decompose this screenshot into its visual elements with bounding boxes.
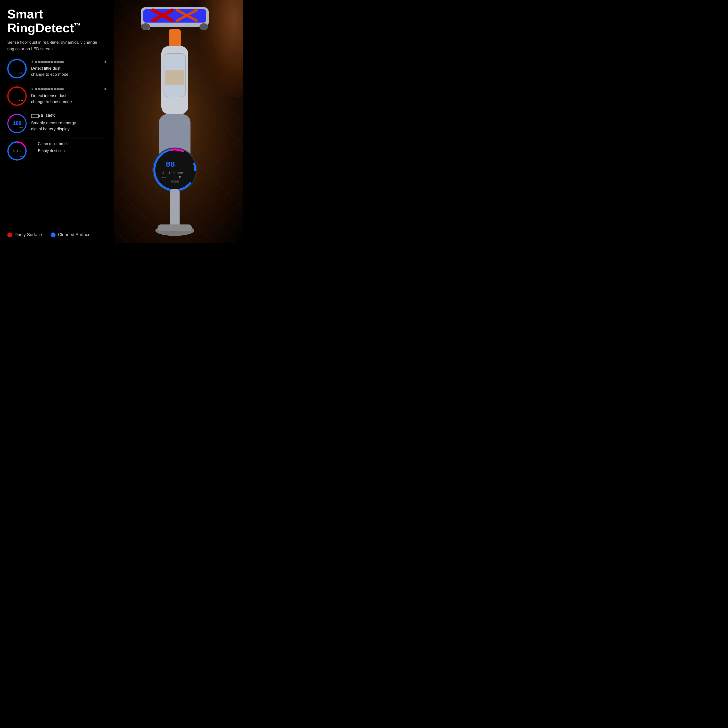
- legend-dot-blue: [51, 232, 55, 237]
- ring-blue-battery: 188 Airbot: [7, 114, 27, 133]
- ring-digits-battery: 188: [12, 121, 21, 127]
- svg-rect-30: [170, 189, 180, 228]
- separator-2: [7, 111, 107, 112]
- dust-bar-segments-boost: [35, 88, 103, 90]
- svg-rect-32: [158, 225, 192, 231]
- ring-red-boost: Airbot: [7, 86, 27, 106]
- svg-text:Airbot: Airbot: [177, 171, 183, 174]
- feature-notif-text: 🖨 Clean roller brush 🗑 Empty dust cup: [31, 141, 107, 155]
- legend-dusty-label: Dusty Surface: [15, 232, 42, 237]
- dust-icon-right-eco: ❄: [104, 60, 107, 64]
- ring-label-notif: Airbot: [20, 156, 24, 157]
- page-title: Smart RingDetect™: [7, 7, 107, 35]
- svg-text:88: 88: [166, 160, 175, 169]
- left-panel: Smart RingDetect™ Sense floor dust in re…: [0, 0, 114, 243]
- svg-text:❄: ❄: [179, 175, 182, 179]
- subtitle-text: Sense floor dust in real-time, dynamical…: [7, 39, 99, 52]
- dust-bar-eco: ✳ ❄: [31, 60, 107, 64]
- battery-row: 0-100%: [31, 114, 107, 118]
- title-text: Smart RingDetect: [7, 7, 74, 35]
- svg-text:🗑: 🗑: [168, 171, 171, 174]
- battery-percent-text: 0-100%: [41, 114, 55, 118]
- vacuum-svg: 88 🖨 🗑 ○ Airbot ·IIIII ❄ MODE: [116, 5, 233, 238]
- svg-text:·IIIII: ·IIIII: [162, 176, 166, 179]
- dust-icon-left-boost: ✳: [31, 87, 34, 91]
- feature-desc-boost: Detect intense dust, change to boost mod…: [31, 93, 107, 105]
- empty-cup-label: Empty dust cup: [38, 149, 64, 153]
- feature-boost-text: ✳ ❄ Detect intense dust, change to boost…: [31, 86, 107, 105]
- legend-cleaned: Cleaned Surface: [51, 232, 90, 237]
- dust-bar-boost: ✳ ❄: [31, 87, 107, 91]
- notif-row-1: 🖨 Clean roller brush: [31, 141, 107, 146]
- feature-desc-battery: Smartly measure energy digital battery d…: [31, 120, 107, 132]
- feature-boost: Airbot ✳ ❄ Detect intense dust, change t…: [7, 86, 107, 106]
- dust-icon-left-eco: ✳: [31, 60, 34, 64]
- dust-icon-right-boost: ❄: [104, 87, 107, 91]
- svg-text:MODE: MODE: [171, 180, 179, 183]
- svg-point-13: [199, 23, 208, 30]
- svg-rect-14: [169, 29, 181, 49]
- svg-point-19: [153, 148, 197, 192]
- desc-line1-boost: Detect intense dust,: [31, 93, 67, 98]
- brush-icon-small: 🖨: [12, 150, 15, 152]
- notif-row-2: 🗑 Empty dust cup: [31, 148, 107, 153]
- desc-line1-eco: Detect little dust,: [31, 66, 62, 70]
- feature-battery-text: 0-100% Smartly measure energy digital ba…: [31, 114, 107, 132]
- svg-text:○: ○: [173, 171, 175, 174]
- ring-blue-eco: Airbot: [7, 59, 27, 78]
- circle-icon-small: ○: [20, 150, 21, 152]
- desc-line2-eco: change to eco mode: [31, 72, 69, 77]
- svg-rect-17: [165, 70, 184, 85]
- ring-label-battery: Airbot: [19, 127, 23, 128]
- ring-icons-notif: 🖨 🗑 ○: [12, 150, 21, 152]
- ring-label-boost: Airbot: [19, 99, 23, 101]
- desc-line2-battery: digital battery display: [31, 127, 70, 131]
- page-container: 88 🖨 🗑 ○ Airbot ·IIIII ❄ MODE Smart Ring…: [0, 0, 243, 243]
- desc-line1-battery: Smartly measure energy: [31, 121, 76, 125]
- trash-icon-small: 🗑: [16, 150, 19, 152]
- separator-1: [7, 84, 107, 84]
- desc-line2-boost: change to boost mode: [31, 99, 72, 104]
- legend-dusty: Dusty Surface: [7, 232, 42, 237]
- feature-battery: 188 Airbot 0-100% Smartly measure energy…: [7, 114, 107, 133]
- feature-desc-eco: Detect little dust, change to eco mode: [31, 66, 107, 77]
- legend-cleaned-label: Cleaned Surface: [58, 232, 90, 237]
- clean-brush-label: Clean roller brush: [38, 142, 69, 146]
- feature-notifications: 🖨 🗑 ○ Airbot 🖨 Clean roller brush 🗑 Empt…: [7, 141, 107, 161]
- svg-text:🖨: 🖨: [162, 171, 165, 174]
- ring-blue-pink-notif: 🖨 🗑 ○ Airbot: [7, 141, 27, 161]
- battery-icon: [31, 114, 39, 118]
- brush-notif-icon: 🖨: [31, 141, 35, 146]
- legend-dot-red: [7, 232, 12, 237]
- dust-bar-segments-eco: [35, 61, 103, 63]
- trademark-symbol: ™: [74, 22, 81, 29]
- ring-label-eco: Airbot: [19, 72, 23, 74]
- trash-notif-icon: 🗑: [31, 148, 35, 153]
- vacuum-area: 88 🖨 🗑 ○ Airbot ·IIIII ❄ MODE: [107, 0, 243, 243]
- feature-eco-text: ✳ ❄ Detect little dust, change to eco mo…: [31, 59, 107, 77]
- legend-row: Dusty Surface Cleaned Surface: [7, 232, 90, 237]
- feature-eco: Airbot ✳ ❄ Detect little dust, change to…: [7, 59, 107, 78]
- svg-point-12: [141, 23, 150, 30]
